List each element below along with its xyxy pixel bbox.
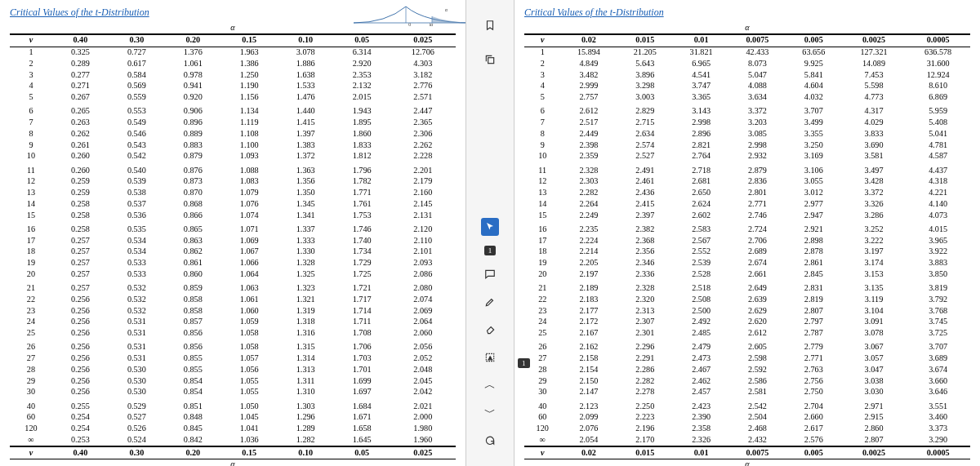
left-page: Critical Values of the t-Distribution 0 …	[0, 0, 466, 466]
value-cell: 2.158	[561, 353, 617, 365]
value-cell: 1.706	[334, 339, 390, 353]
value-cell: 2.326	[673, 434, 729, 446]
copy-icon[interactable]	[481, 51, 499, 69]
alpha-column-header: 0.015	[617, 446, 673, 459]
value-cell: 1.050	[221, 398, 278, 412]
df-cell: 1	[524, 47, 561, 58]
df-cell: 14	[524, 198, 561, 210]
value-cell: 2.771	[786, 353, 842, 365]
value-cell: 0.857	[165, 317, 221, 328]
value-cell: 0.271	[52, 81, 109, 92]
alpha-column-header: 0.05	[334, 34, 390, 47]
value-cell: 0.531	[109, 317, 165, 328]
value-cell: 0.531	[109, 328, 165, 340]
value-cell: 636.578	[906, 47, 970, 58]
highlight-icon[interactable]	[481, 293, 499, 311]
alpha-column-header: 0.20	[165, 34, 221, 47]
df-cell: 26	[524, 339, 561, 353]
table-row: 290.2560.5300.8541.0551.3111.6992.045	[10, 375, 456, 387]
df-cell: 12	[10, 176, 52, 188]
value-cell: 2.131	[390, 210, 456, 221]
value-cell: 1.717	[334, 294, 390, 305]
value-cell: 2.797	[786, 317, 842, 328]
df-column-header: v	[10, 34, 52, 47]
df-cell: 20	[10, 269, 52, 280]
value-cell: 0.553	[109, 103, 165, 117]
table-row: ∞2.0542.1702.3262.4322.5762.8073.290	[524, 434, 970, 446]
value-cell: 1.415	[278, 118, 334, 129]
value-cell: 0.941	[165, 81, 221, 92]
value-cell: 2.485	[673, 328, 729, 340]
text-select-icon[interactable]: A	[481, 348, 499, 366]
table-row: 222.1832.3202.5082.6392.8193.1193.792	[524, 294, 970, 305]
value-cell: 3.896	[617, 69, 673, 81]
value-cell: 2.689	[729, 246, 786, 258]
value-cell: 3.222	[842, 235, 906, 246]
value-cell: 0.257	[52, 258, 109, 269]
value-cell: 1.303	[278, 398, 334, 412]
refresh-icon[interactable]	[481, 432, 499, 450]
value-cell: 2.390	[673, 412, 729, 424]
value-cell: 1.045	[221, 412, 278, 424]
alpha-column-header: 0.005	[786, 34, 842, 47]
value-cell: 2.398	[561, 140, 617, 151]
value-cell: 2.473	[673, 353, 729, 365]
comment-icon[interactable]	[481, 265, 499, 283]
svg-rect-6	[488, 58, 494, 64]
value-cell: 2.132	[334, 81, 390, 92]
value-cell: 0.860	[165, 269, 221, 280]
chevron-down-icon[interactable]: ﹀	[481, 404, 499, 422]
value-cell: 1.671	[334, 412, 390, 424]
value-cell: 0.256	[52, 364, 109, 375]
chevron-up-icon[interactable]: ︿	[481, 376, 499, 394]
table-row: 250.2560.5310.8561.0581.3161.7082.060	[10, 328, 456, 340]
value-cell: 14.089	[842, 58, 906, 69]
value-cell: 4.088	[729, 81, 786, 92]
table-row: 240.2560.5310.8571.0591.3181.7112.064	[10, 317, 456, 328]
cursor-icon[interactable]	[481, 218, 499, 236]
value-cell: 2.214	[561, 246, 617, 258]
df-cell: 30	[10, 387, 52, 398]
erase-icon[interactable]	[481, 321, 499, 339]
df-cell: 17	[10, 235, 52, 246]
value-cell: 1.076	[221, 198, 278, 210]
df-cell: 2	[524, 58, 561, 69]
df-column-header: v	[524, 446, 561, 459]
value-cell: 2.491	[617, 162, 673, 176]
value-cell: 0.851	[165, 398, 221, 412]
table-row: 252.1672.3012.4852.6122.7873.0783.725	[524, 328, 970, 340]
value-cell: 0.261	[52, 140, 109, 151]
value-cell: 0.529	[109, 398, 165, 412]
df-cell: 4	[10, 81, 52, 92]
df-cell: 16	[10, 221, 52, 235]
value-cell: 2.177	[561, 305, 617, 317]
df-cell: 25	[10, 328, 52, 340]
value-cell: 0.531	[109, 353, 165, 365]
df-cell: 27	[10, 353, 52, 365]
t-table-left: α v0.400.300.200.150.100.050.025 10.3250…	[10, 22, 456, 466]
value-cell: 0.256	[52, 339, 109, 353]
df-cell: 40	[524, 398, 561, 412]
value-cell: 2.172	[561, 317, 617, 328]
table-row: 202.1972.3362.5282.6612.8453.1533.850	[524, 269, 970, 280]
value-cell: 3.365	[673, 92, 729, 104]
value-cell: 2.660	[786, 412, 842, 424]
value-cell: 2.205	[561, 258, 617, 269]
value-cell: 2.167	[561, 328, 617, 340]
bookmark-icon[interactable]	[481, 16, 499, 34]
value-cell: 3.326	[842, 198, 906, 210]
value-cell: 2.021	[390, 398, 456, 412]
value-cell: 0.538	[109, 188, 165, 199]
value-cell: 2.328	[617, 280, 673, 294]
value-cell: 2.999	[561, 81, 617, 92]
table-row: 282.1542.2862.4672.5922.7633.0473.674	[524, 364, 970, 375]
value-cell: 0.259	[52, 188, 109, 199]
value-cell: 0.865	[165, 221, 221, 235]
table-row: 42.9993.2983.7474.0884.6045.5988.610	[524, 81, 970, 92]
table-row: 600.2540.5270.8481.0451.2961.6712.000	[10, 412, 456, 424]
value-cell: 2.932	[729, 151, 786, 162]
table-title[interactable]: Critical Values of the t-Distribution	[524, 7, 970, 19]
value-cell: 2.612	[561, 103, 617, 117]
value-cell: 0.257	[52, 246, 109, 258]
value-cell: 2.291	[617, 353, 673, 365]
